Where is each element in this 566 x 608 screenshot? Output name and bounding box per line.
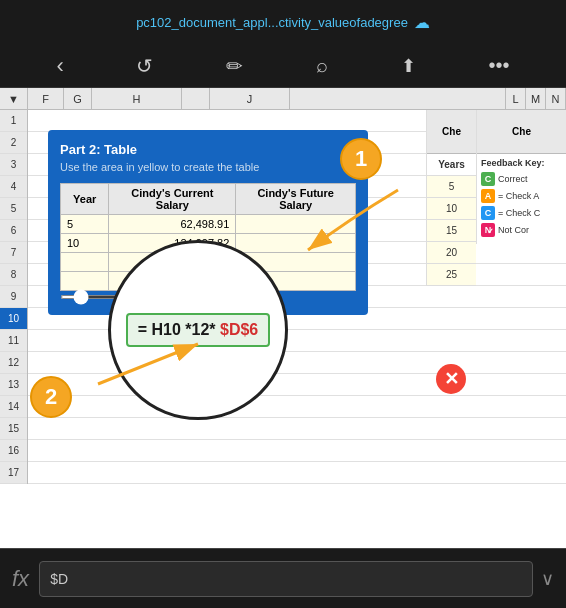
row-10: 10 xyxy=(0,308,27,330)
year-cell-10: 10 xyxy=(61,234,109,253)
feedback-key-label: Feedback Key: xyxy=(481,158,562,168)
col-current: Cindy's CurrentSalary xyxy=(109,184,236,215)
col-m: M xyxy=(526,88,546,109)
feedback-key-panel: Che Feedback Key: C Correct A = Check A … xyxy=(476,110,566,244)
arrow-1-svg xyxy=(228,160,428,280)
year-25: 25 xyxy=(427,264,476,286)
right-years-col: Che Years 5 10 15 20 25 xyxy=(426,110,476,286)
spreadsheet[interactable]: ▼ F G H J L M N 1 2 3 4 5 6 7 8 9 xyxy=(0,88,566,548)
pen-button[interactable]: ✏ xyxy=(220,48,249,84)
feedback-header: Che xyxy=(477,110,566,154)
feedback-check-c: C = Check C xyxy=(481,206,562,220)
formula-bar: fx ∨ xyxy=(0,548,566,608)
callout-2: 2 xyxy=(30,376,72,418)
year-cell-blank2 xyxy=(61,272,109,291)
not-correct-badge: ✓ N xyxy=(481,223,495,237)
cloud-icon: ☁ xyxy=(414,13,430,32)
row-2: 2 xyxy=(0,132,27,154)
row-16: 16 xyxy=(0,440,27,462)
row-4: 4 xyxy=(0,176,27,198)
col-i xyxy=(182,88,210,109)
check-c-label: = Check C xyxy=(498,208,540,218)
search-button[interactable]: ⌕ xyxy=(310,48,334,83)
row-14: 14 xyxy=(0,396,27,418)
col-g: G xyxy=(64,88,92,109)
col-year: Year xyxy=(61,184,109,215)
salary-current-5: 62,498.91 xyxy=(109,215,236,234)
top-bar: pc102_document_appl...ctivity_valueofade… xyxy=(0,0,566,44)
check-a-badge: A xyxy=(481,189,495,203)
document-title: pc102_document_appl...ctivity_valueofade… xyxy=(136,15,408,30)
col-l: L xyxy=(506,88,526,109)
card-title: Part 2: Table xyxy=(60,142,356,157)
col-n: N xyxy=(546,88,566,109)
share-button[interactable]: ⬆ xyxy=(395,49,422,83)
year-15: 15 xyxy=(427,220,476,242)
check-c-badge: C xyxy=(481,206,495,220)
row-13: 13 xyxy=(0,374,27,396)
row-15: 15 xyxy=(0,418,27,440)
row-1: 1 xyxy=(0,110,27,132)
year-cell-blank1 xyxy=(61,253,109,272)
undo-button[interactable]: ↺ xyxy=(130,48,159,84)
col-j: J xyxy=(210,88,290,109)
arrow-2-svg xyxy=(48,304,248,404)
fx-icon: fx xyxy=(12,566,29,592)
close-button[interactable]: ✕ xyxy=(436,364,466,394)
row-8: 8 xyxy=(0,264,27,286)
grid-content: Che Years 5 10 15 20 25 Che Feedback Key… xyxy=(28,110,566,484)
feedback-not-correct: ✓ N Not Cor xyxy=(481,223,562,237)
years-header: Che xyxy=(427,110,476,154)
chevron-down-icon: ∨ xyxy=(541,568,554,590)
year-5: 5 xyxy=(427,176,476,198)
correct-label: Correct xyxy=(498,174,528,184)
correct-badge-c: C xyxy=(481,172,495,186)
formula-input[interactable] xyxy=(39,561,533,597)
grid-area: 1 2 3 4 5 6 7 8 9 10 11 12 13 14 15 16 1… xyxy=(0,110,566,484)
not-correct-label: Not Cor xyxy=(498,225,529,235)
col-h: H xyxy=(92,88,182,109)
back-button[interactable]: ‹ xyxy=(50,47,69,85)
toolbar: ‹ ↺ ✏ ⌕ ⬆ ••• xyxy=(0,44,566,88)
callout-1: 1 xyxy=(340,138,382,180)
col-f: F xyxy=(28,88,64,109)
row-7: 7 xyxy=(0,242,27,264)
row-headers: 1 2 3 4 5 6 7 8 9 10 11 12 13 14 15 16 1… xyxy=(0,110,28,484)
corner-cell: ▼ xyxy=(0,88,28,109)
row-6: 6 xyxy=(0,220,27,242)
feedback-check-a: A = Check A xyxy=(481,189,562,203)
row-3: 3 xyxy=(0,154,27,176)
column-headers: ▼ F G H J L M N xyxy=(0,88,566,110)
years-label: Years xyxy=(427,154,476,176)
spreadsheet-area: ▼ F G H J L M N 1 2 3 4 5 6 7 8 9 xyxy=(0,88,566,548)
row-12: 12 xyxy=(0,352,27,374)
col-k xyxy=(290,88,506,109)
year-10: 10 xyxy=(427,198,476,220)
check-a-label: = Check A xyxy=(498,191,539,201)
row-5: 5 xyxy=(0,198,27,220)
row-17: 17 xyxy=(0,462,27,484)
more-button[interactable]: ••• xyxy=(483,48,516,83)
year-20: 20 xyxy=(427,242,476,264)
row-9: 9 xyxy=(0,286,27,308)
feedback-correct: C Correct xyxy=(481,172,562,186)
row-11: 11 xyxy=(0,330,27,352)
year-cell-5: 5 xyxy=(61,215,109,234)
